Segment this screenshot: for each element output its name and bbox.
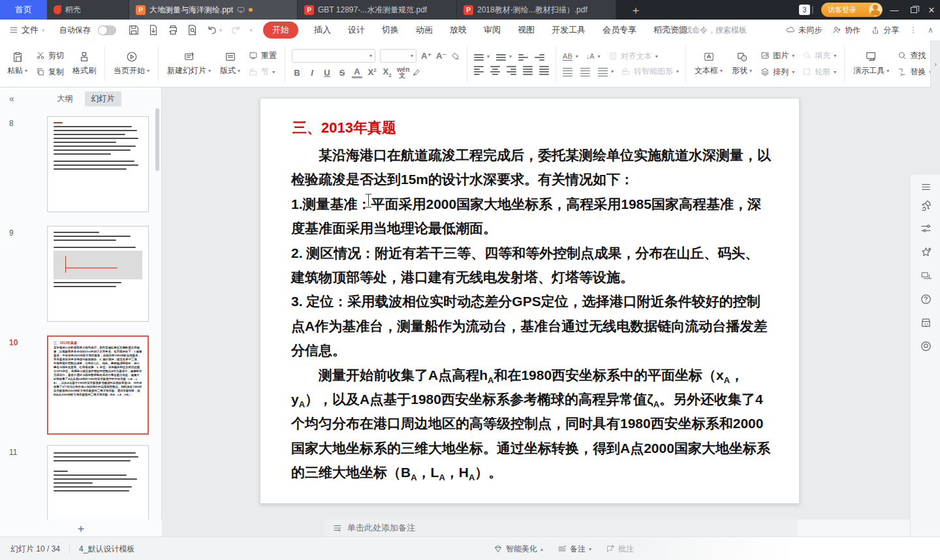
slide-thumbnail-9[interactable] xyxy=(47,226,149,322)
outline-button[interactable]: 轮廓▾ xyxy=(802,67,836,78)
strikethrough-button[interactable]: S xyxy=(337,68,347,78)
tab-outline[interactable]: 大纲 xyxy=(51,91,80,106)
close-button[interactable]: ✕ xyxy=(923,0,940,20)
rail-effects-star-button[interactable] xyxy=(919,245,932,258)
reset-slide-button[interactable]: 重置 xyxy=(249,50,277,61)
undo-button[interactable]: ˅ xyxy=(206,24,223,36)
guest-login-button[interactable]: 访客登录 xyxy=(821,3,883,17)
more-menu-icon[interactable]: ⋮ xyxy=(909,25,917,35)
underline-button[interactable]: U xyxy=(322,68,332,78)
shapes-button[interactable]: 形状▾ xyxy=(727,40,757,87)
share-button[interactable]: 分享 xyxy=(871,25,899,36)
document-tab-pdf-1[interactable]: P GBT 12897-...水准测量规范.pdf xyxy=(298,0,457,20)
increase-font-button[interactable]: A⁺ xyxy=(421,51,431,61)
command-search[interactable]: 查找命令，搜索模板 xyxy=(663,25,747,36)
rail-rocket-button[interactable] xyxy=(919,198,932,211)
font-name-combo[interactable]: ▾ xyxy=(292,49,375,63)
menu-item-审阅[interactable]: 审阅 xyxy=(484,24,501,36)
menu-item-设计[interactable]: 设计 xyxy=(348,24,365,36)
textbox-button[interactable]: 文本框▾ xyxy=(690,40,727,87)
collapse-panel-button[interactable]: « xyxy=(0,93,24,104)
home-tab[interactable]: 首页 xyxy=(0,0,47,20)
collaborate-button[interactable]: 协作 xyxy=(832,25,860,36)
export-icon[interactable] xyxy=(148,24,159,36)
cut-button[interactable]: 剪切 xyxy=(36,50,64,61)
subscript-button[interactable]: X2 xyxy=(382,67,392,78)
more-quick-icons-chevron[interactable]: ˅ xyxy=(249,27,253,33)
redo-icon[interactable] xyxy=(230,24,242,36)
print-preview-icon[interactable] xyxy=(187,24,198,36)
smart-beautify-button[interactable]: 智能美化▴ xyxy=(494,544,543,555)
copy-button[interactable]: 复制 xyxy=(36,67,64,78)
section-button[interactable]: 节▾ xyxy=(249,67,277,78)
clear-format-icon[interactable] xyxy=(451,52,460,61)
distribute-button[interactable] xyxy=(539,65,549,75)
present-tools-button[interactable]: 演示工具▾ xyxy=(849,40,894,87)
tab-slides[interactable]: 幻灯片 xyxy=(85,91,121,106)
notes-toggle-button[interactable]: 备注▾ xyxy=(557,544,591,555)
menu-start-active[interactable]: 开始 xyxy=(263,22,298,39)
print-icon[interactable] xyxy=(167,24,179,36)
italic-button[interactable]: I xyxy=(307,68,317,78)
docer-tab[interactable]: 稻壳 xyxy=(47,0,129,20)
picture-button[interactable]: 图片▾ xyxy=(760,50,794,61)
find-button[interactable]: 查找 xyxy=(898,50,932,61)
line-spacing-menu-button[interactable]: ▾ xyxy=(598,66,614,76)
line-spacing-1-button[interactable] xyxy=(563,66,572,76)
autosave-toggle[interactable] xyxy=(98,25,116,35)
paste-button[interactable]: 粘贴▾ xyxy=(3,40,32,87)
menu-item-放映[interactable]: 放映 xyxy=(450,24,467,36)
document-tab-ppt[interactable]: P 大地测量与海洋测绘.ppt xyxy=(129,0,298,20)
template-name[interactable]: 4_默认设计模板 xyxy=(79,544,134,555)
arrange-button[interactable]: 排列▾ xyxy=(760,67,794,78)
menu-item-切换[interactable]: 切换 xyxy=(382,24,399,36)
slide-editor[interactable]: 三、2013年真题 某沿海港口在航道疏浚工程完成后，委托某测绘单位实施航道水深测… xyxy=(260,98,800,504)
rail-privilege-shield-button[interactable] xyxy=(919,339,932,352)
rail-menu-button[interactable] xyxy=(919,180,932,193)
ribbon-expand-button[interactable]: › xyxy=(930,40,940,87)
file-menu[interactable]: 文件 ˅ xyxy=(9,24,45,36)
rail-screen-sync-button[interactable] xyxy=(919,269,932,282)
new-slide-button[interactable]: 新建幻灯片▾ xyxy=(163,40,215,87)
bullet-list-button[interactable]: ▾ xyxy=(474,53,490,61)
message-count-badge[interactable]: 3 xyxy=(799,5,810,15)
decrease-indent-button[interactable] xyxy=(518,53,528,61)
autosave-control[interactable]: 自动保存 xyxy=(59,25,116,36)
sidebar-scrollbar[interactable] xyxy=(155,108,159,171)
increase-indent-button[interactable] xyxy=(535,53,544,61)
new-tab-button[interactable]: ＋ xyxy=(625,0,646,20)
add-slide-button[interactable]: ＋ xyxy=(0,520,162,537)
slide-thumbnail-11[interactable] xyxy=(47,445,149,531)
replace-button[interactable]: 替换▾ xyxy=(898,67,932,78)
align-center-button[interactable] xyxy=(490,65,500,75)
menu-item-视图[interactable]: 视图 xyxy=(518,24,535,36)
font-size-combo[interactable]: ▾ xyxy=(380,49,416,63)
fill-button[interactable]: 填充▾ xyxy=(802,50,836,61)
collapse-ribbon-icon[interactable]: ∧ xyxy=(928,25,933,35)
menu-item-插入[interactable]: 插入 xyxy=(314,24,331,36)
highlight-icon[interactable] xyxy=(412,68,421,77)
align-text-button[interactable]: 对齐文本▾ xyxy=(608,51,658,62)
document-tab-pdf-2[interactable]: P 2018教材-测绘...教材扫描）.pdf xyxy=(457,0,616,20)
layout-button[interactable]: 版式▾ xyxy=(215,40,245,87)
decrease-font-button[interactable]: A⁻ xyxy=(436,51,446,61)
rail-settings-sliders-button[interactable] xyxy=(919,222,932,235)
sync-status[interactable]: 未同步 xyxy=(786,25,822,36)
superscript-button[interactable]: X2 xyxy=(367,67,377,77)
minimize-button[interactable]: — xyxy=(885,0,903,20)
format-painter-button[interactable]: 格式刷 xyxy=(68,40,101,87)
text-direction-button[interactable]: AB▾ xyxy=(563,52,578,61)
slide-thumbnail-10-selected[interactable]: 三、2013年真题 某沿海港口在航道疏浚工程完成后，委托某测绘单位实施航道水深测… xyxy=(47,335,149,435)
save-icon[interactable] xyxy=(128,24,140,36)
align-left-button[interactable] xyxy=(474,65,484,75)
menu-item-动画[interactable]: 动画 xyxy=(416,24,433,36)
notes-bar[interactable]: 单击此处添加备注 xyxy=(324,520,940,537)
menu-item-开发工具[interactable]: 开发工具 xyxy=(552,24,586,36)
numbered-list-button[interactable]: ▾ xyxy=(496,53,512,61)
phonetic-guide-button[interactable]: wén文 xyxy=(397,67,407,78)
rail-help-button[interactable] xyxy=(919,292,932,305)
restore-button[interactable] xyxy=(905,0,923,20)
font-color-button[interactable]: A xyxy=(352,67,362,78)
slide-thumbnail-8[interactable] xyxy=(47,116,149,212)
line-spacing-2-button[interactable] xyxy=(580,66,590,76)
